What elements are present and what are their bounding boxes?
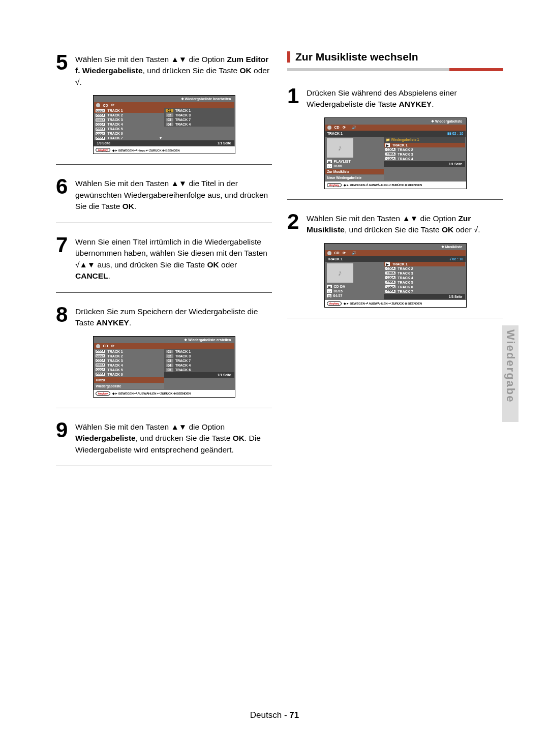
- cdda-badge: CDDA: [385, 281, 395, 284]
- disc-icon: [327, 251, 331, 255]
- step-text: Wählen Sie mit den Tasten ▲▼ die Titel i…: [75, 175, 272, 212]
- legend-text: ◆► BEWEGEN ⏎ AUSWÄHLEN ↩ ZURÜCK ⊗ BEENDE…: [344, 183, 422, 187]
- cancel-key: CANCEL: [75, 271, 108, 280]
- t: .: [108, 271, 110, 280]
- cdda-label: CD-DA: [334, 285, 346, 288]
- cd-label: CD: [103, 344, 108, 348]
- cdda-badge: CDDA: [96, 114, 106, 117]
- heading-text: Zur Musikliste wechseln: [295, 51, 418, 63]
- cdda-badge: CDDA: [96, 350, 106, 353]
- t: .: [432, 100, 434, 108]
- speaker-icon: 🔊: [352, 126, 356, 130]
- speaker-icon: 🔊: [352, 251, 356, 255]
- osd-topbar: CD ⟳ 🔊: [325, 250, 466, 256]
- index: 03: [166, 118, 173, 122]
- track-label: TRACK 2: [107, 354, 123, 358]
- counter: 01/15: [334, 289, 343, 293]
- step-text: Drücken Sie während des Abspielens einer…: [307, 84, 503, 110]
- anykey-button: Anykey: [327, 183, 342, 187]
- divider: [56, 223, 272, 223]
- left-info-pane: ♪ ▭PLAYLIST ▭01/01 Zur Musikliste Neue W…: [325, 137, 384, 181]
- step-8: 8 Drücken Sie zum Speichern der Wiederga…: [56, 303, 272, 329]
- osd-title: Wiedergabeliste erstellen: [94, 337, 234, 343]
- track-label: TRACK 6: [175, 368, 191, 372]
- scroll-down-icon: ▼: [159, 136, 163, 140]
- counter-icon: ▭: [327, 289, 332, 293]
- track-label: TRACK 5: [107, 368, 123, 372]
- divider: [56, 164, 272, 165]
- ok-key: OK: [240, 66, 252, 75]
- heading-underline: [287, 68, 503, 71]
- track-label: TRACK 1: [107, 109, 123, 112]
- step-2: 2 Wählen Sie mit den Tasten ▲▼ die Optio…: [287, 210, 503, 236]
- osd-pager: 1/1 Seite: [164, 372, 234, 378]
- anykey-button: Anykey: [327, 301, 342, 306]
- wiedergabeliste-option: Wiedergabeliste: [94, 383, 164, 389]
- cdda-badge: CDDA: [96, 359, 106, 362]
- t: Wählen Sie mit den Tasten: [75, 179, 171, 188]
- cdda-badge: CDDA: [96, 354, 106, 357]
- track-label: TRACK 2: [398, 148, 413, 152]
- ok-key: OK: [123, 202, 134, 210]
- t: Drücken Sie während des Abspielens einer…: [307, 88, 457, 108]
- cdda-badge: CDDA: [96, 118, 106, 122]
- divider: [287, 199, 503, 200]
- now-playing-bar: TRACK 1 √ 02 : 10: [325, 256, 466, 262]
- play-icon: ▶: [385, 262, 390, 266]
- osd-legend: Anykey ◆► BEWEGEN ⏎ AUSWÄHLEN ↩ ZURÜCK ⊗…: [94, 390, 235, 397]
- now-track: TRACK 1: [327, 132, 343, 136]
- footer-sep: -: [282, 710, 289, 720]
- ok-key: OK: [207, 260, 219, 269]
- albumart-icon: ♪: [327, 263, 353, 283]
- t: die Option: [187, 55, 227, 64]
- cdda-badge: CDDA: [385, 271, 395, 275]
- albumart-icon: ♪: [327, 138, 353, 158]
- zur-musikliste-option: Zur Musikliste: [325, 169, 384, 174]
- track-label: TRACK 6: [107, 132, 123, 135]
- track-label: TRACK 3: [107, 118, 123, 122]
- osd-title: Wiedergabeliste: [325, 118, 466, 125]
- cdda-badge: CDDA: [385, 290, 395, 293]
- page-right: 1/1 Seite: [218, 141, 231, 145]
- track-label: TRACK 1: [175, 350, 191, 353]
- track-label: TRACK 4: [398, 276, 413, 280]
- manual-page: 5 Wählen Sie mit den Tasten ▲▼ die Optio…: [0, 0, 549, 756]
- t: oder: [219, 260, 237, 269]
- step-6: 6 Wählen Sie mit den Tasten ▲▼ die Titel…: [56, 175, 272, 212]
- step-text: Drücken Sie zum Speichern der Wiedergabe…: [75, 303, 272, 329]
- index: 04: [166, 123, 173, 126]
- t: Wenn Sie einen Titel irrtümlich in die W…: [75, 237, 267, 257]
- playlist-folder-icon: 📁: [386, 138, 391, 141]
- playlist-tracks: 01TRACK 1 02TRACK 3 03TRACK 7 04TRACK 4 …: [164, 349, 234, 389]
- cdda-badge: CDDA: [96, 137, 106, 140]
- osd-title: Musikliste: [325, 244, 466, 250]
- t: , und drücken Sie die Taste: [136, 434, 233, 442]
- step-9: 9 Wählen Sie mit den Tasten ▲▼ die Optio…: [56, 418, 272, 456]
- osd-screenshot-edit-playlist: Wiedergabeliste bearbeiten CD ⟳ CDDATRAC…: [93, 95, 235, 154]
- cdda-badge: CDDA: [385, 157, 395, 160]
- playlist-tracks: 01TRACK 1 02TRACK 3 03TRACK 7 04TRACK 4: [164, 108, 234, 140]
- track-label: TRACK 3: [398, 153, 413, 156]
- t: oder √.: [453, 225, 480, 234]
- step-number: 1: [287, 84, 307, 110]
- cd-label: CD: [334, 251, 340, 255]
- folder-icon: ▭: [327, 160, 332, 163]
- left-column: 5 Wählen Sie mit den Tasten ▲▼ die Optio…: [56, 51, 272, 476]
- option-label: Wiedergabeliste: [75, 434, 136, 442]
- index: 03: [166, 359, 173, 362]
- neue-wiedergabeliste-option: Neue Wiedergabeliste: [325, 175, 384, 180]
- nav-arrows-icon: ▲▼: [402, 214, 418, 223]
- page-footer: Deutsch - 71: [0, 710, 549, 720]
- track-label: TRACK 6: [107, 373, 123, 376]
- play-time: ▮▮ 02 : 10: [447, 132, 464, 136]
- hinzu-option: Hinzu: [94, 377, 164, 383]
- index: 05: [166, 368, 173, 372]
- cdda-badge: CDDA: [385, 148, 395, 151]
- disc-icon: [96, 103, 100, 107]
- index: 01: [166, 109, 173, 112]
- t: die Option: [187, 422, 225, 431]
- page: 1/1 Seite: [449, 162, 462, 166]
- track-label: TRACK 2: [107, 113, 123, 117]
- cdda-badge: CDDA: [96, 123, 106, 126]
- osd-pager: 1/3 Seite: [384, 294, 465, 299]
